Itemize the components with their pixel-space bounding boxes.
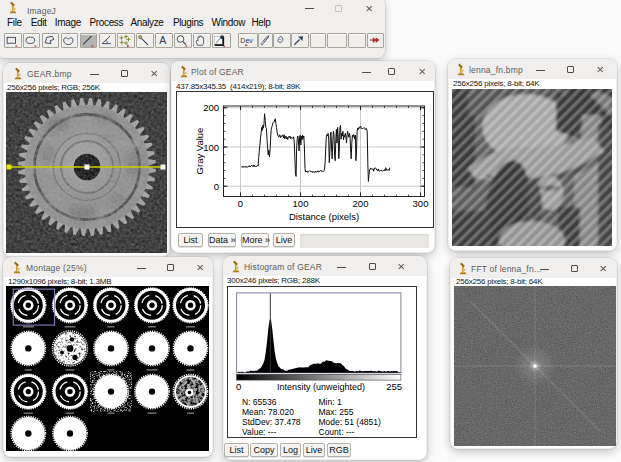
svg-text:100: 100 [203, 142, 219, 153]
svg-text:A: A [159, 35, 166, 46]
svg-text:200: 200 [352, 198, 368, 209]
svg-text:0: 0 [236, 380, 241, 391]
svg-text:Value: ---: Value: --- [242, 427, 276, 437]
svg-text:Mode: 51 (4851): Mode: 51 (4851) [319, 416, 382, 426]
svg-text:Gray Value: Gray Value [194, 128, 205, 175]
svg-text:100: 100 [292, 198, 308, 209]
svg-text:Count: ---: Count: --- [319, 427, 355, 437]
svg-text:255: 255 [386, 380, 402, 391]
svg-text:Distance (pixels): Distance (pixels) [288, 211, 358, 222]
svg-text:StdDev: 37.478: StdDev: 37.478 [242, 416, 301, 426]
svg-text:Dev: Dev [240, 36, 253, 44]
svg-text:0: 0 [213, 181, 218, 192]
svg-text:Min: 1: Min: 1 [319, 396, 342, 406]
svg-text:Max: 255: Max: 255 [319, 406, 354, 416]
svg-text:0: 0 [237, 198, 242, 209]
svg-text:200: 200 [203, 102, 219, 113]
svg-text:300: 300 [412, 198, 428, 209]
svg-text:Intensity (unweighted): Intensity (unweighted) [277, 381, 365, 391]
svg-text:Mean: 78.020: Mean: 78.020 [242, 406, 294, 416]
svg-text:N: 65536: N: 65536 [242, 396, 277, 406]
